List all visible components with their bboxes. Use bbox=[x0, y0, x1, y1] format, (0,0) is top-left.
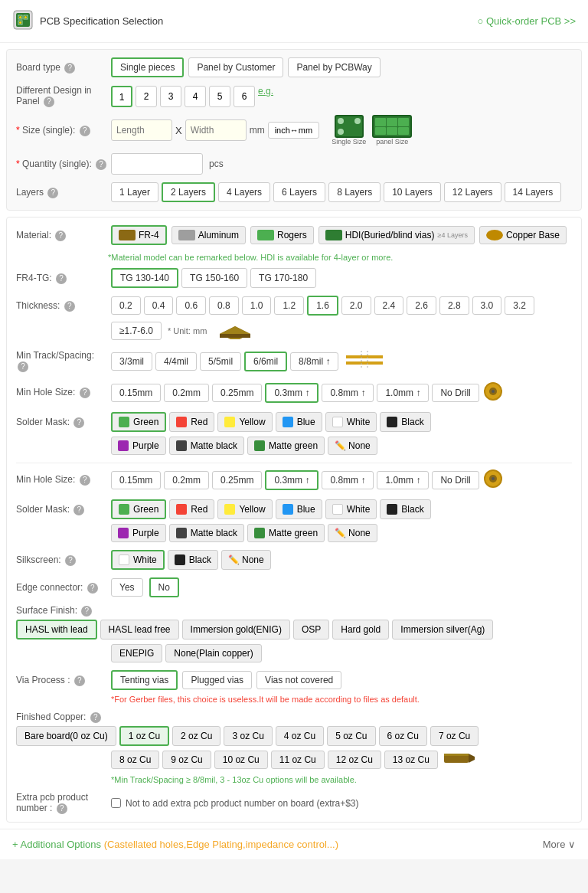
mask-bot-purple[interactable]: Purple bbox=[111, 524, 166, 542]
copper-11oz[interactable]: 11 oz Cu bbox=[271, 751, 325, 769]
material-aluminum[interactable]: Aluminum bbox=[172, 226, 246, 244]
hole-bot-0.2[interactable]: 0.2mm bbox=[164, 471, 209, 489]
surface-finish-help[interactable]: ? bbox=[81, 606, 92, 617]
min-hole-bottom-help[interactable]: ? bbox=[80, 475, 90, 486]
board-type-help[interactable]: ? bbox=[64, 63, 75, 74]
surface-osp[interactable]: OSP bbox=[293, 620, 329, 639]
edge-connector-help[interactable]: ? bbox=[87, 583, 98, 594]
copper-bare[interactable]: Bare board(0 oz Cu) bbox=[16, 726, 116, 746]
thick-1.6[interactable]: 1.6 bbox=[307, 296, 338, 316]
hole-top-0.15[interactable]: 0.15mm bbox=[111, 384, 161, 402]
thick-3.0[interactable]: 3.0 bbox=[472, 296, 502, 315]
layer-2[interactable]: 2 Layers bbox=[162, 182, 215, 202]
hole-bot-0.3[interactable]: 0.3mm ↑ bbox=[265, 470, 318, 490]
material-copper[interactable]: Copper Base bbox=[479, 226, 567, 244]
fr4-tg-help[interactable]: ? bbox=[56, 273, 67, 284]
board-type-panel-pcbway[interactable]: Panel by PCBWay bbox=[288, 57, 380, 77]
design-panel-help[interactable]: ? bbox=[44, 96, 54, 107]
hole-top-1.0[interactable]: 1.0mm ↑ bbox=[377, 384, 429, 402]
layer-14[interactable]: 14 Layers bbox=[505, 182, 562, 202]
via-not-covered[interactable]: Vias not covered bbox=[256, 671, 341, 689]
design-6[interactable]: 6 bbox=[234, 86, 255, 107]
via-plugged[interactable]: Plugged vias bbox=[182, 671, 252, 689]
mask-top-purple[interactable]: Purple bbox=[111, 437, 166, 455]
design-4[interactable]: 4 bbox=[185, 86, 206, 107]
mask-top-blue[interactable]: Blue bbox=[276, 412, 322, 432]
tg-130[interactable]: TG 130-140 bbox=[111, 268, 178, 288]
surface-none-plain[interactable]: None(Plain copper) bbox=[165, 644, 261, 662]
min-track-help[interactable]: ? bbox=[18, 361, 28, 372]
surface-hasl-lead[interactable]: HASL with lead bbox=[16, 620, 97, 639]
hole-top-0.3[interactable]: 0.3mm ↑ bbox=[265, 383, 318, 403]
material-help[interactable]: ? bbox=[55, 231, 66, 241]
thick-2.6[interactable]: 2.6 bbox=[407, 296, 436, 315]
copper-3oz[interactable]: 3 oz Cu bbox=[224, 726, 272, 746]
mask-bot-blue[interactable]: Blue bbox=[276, 499, 322, 519]
min-hole-top-help[interactable]: ? bbox=[80, 388, 90, 398]
silk-none[interactable]: ✏️ None bbox=[221, 550, 271, 570]
design-2[interactable]: 2 bbox=[136, 86, 157, 107]
mask-top-yellow[interactable]: Yellow bbox=[217, 412, 272, 432]
copper-12oz[interactable]: 12 oz Cu bbox=[328, 751, 381, 769]
design-1[interactable]: 1 bbox=[111, 86, 132, 107]
layer-4[interactable]: 4 Layers bbox=[218, 182, 270, 202]
mask-top-green[interactable]: Green bbox=[111, 412, 166, 432]
track-6-6[interactable]: 6/6mil bbox=[244, 352, 287, 371]
mask-bot-yellow[interactable]: Yellow bbox=[217, 499, 272, 519]
eg-link[interactable]: e.g. bbox=[258, 86, 273, 107]
thick-2.8[interactable]: 2.8 bbox=[439, 296, 469, 315]
surface-enig[interactable]: Immersion gold(ENIG) bbox=[182, 620, 290, 639]
thick-1.0[interactable]: 1.0 bbox=[242, 296, 272, 315]
length-input[interactable] bbox=[111, 119, 172, 141]
edge-no[interactable]: No bbox=[149, 577, 179, 597]
solder-mask-bottom-help[interactable]: ? bbox=[74, 505, 84, 515]
mask-top-mgreen[interactable]: Matte green bbox=[247, 437, 325, 455]
thick-2.4[interactable]: 2.4 bbox=[374, 296, 404, 315]
copper-7oz[interactable]: 7 oz Cu bbox=[430, 726, 479, 746]
thick-2.0[interactable]: 2.0 bbox=[341, 296, 371, 315]
copper-4oz[interactable]: 4 oz Cu bbox=[276, 726, 324, 746]
hole-top-0.8[interactable]: 0.8mm ↑ bbox=[322, 384, 374, 402]
width-input[interactable] bbox=[185, 119, 247, 141]
copper-13oz[interactable]: 13 oz Cu bbox=[384, 751, 438, 769]
finished-copper-help[interactable]: ? bbox=[90, 712, 101, 723]
mask-top-black[interactable]: Black bbox=[380, 412, 430, 432]
quantity-help[interactable]: ? bbox=[96, 159, 106, 170]
more-btn[interactable]: More ∨ bbox=[543, 839, 576, 850]
thick-0.2[interactable]: 0.2 bbox=[111, 296, 141, 315]
hole-bot-0.25[interactable]: 0.25mm bbox=[212, 471, 262, 489]
material-hdi[interactable]: HDI(Buried/blind vias) ≥4 Layers bbox=[318, 226, 475, 244]
hole-bot-0.15[interactable]: 0.15mm bbox=[111, 471, 161, 489]
hole-bot-0.8[interactable]: 0.8mm ↑ bbox=[322, 471, 374, 489]
hole-bot-nodrill[interactable]: No Drill bbox=[432, 471, 479, 489]
quick-order-link[interactable]: Quick-order PCB >> bbox=[477, 15, 576, 27]
thick-1.2[interactable]: 1.2 bbox=[274, 296, 304, 315]
material-fr4[interactable]: FR-4 bbox=[111, 225, 167, 245]
copper-10oz[interactable]: 10 oz Cu bbox=[214, 751, 268, 769]
mask-bot-mblack[interactable]: Matte black bbox=[169, 524, 244, 542]
copper-8oz[interactable]: 8 oz Cu bbox=[111, 751, 159, 769]
mask-top-none[interactable]: ✏️ None bbox=[328, 437, 377, 455]
hole-top-0.25[interactable]: 0.25mm bbox=[212, 384, 262, 402]
copper-9oz[interactable]: 9 oz Cu bbox=[162, 751, 211, 769]
layer-1[interactable]: 1 Layer bbox=[111, 182, 158, 202]
thick-3.2[interactable]: 3.2 bbox=[505, 296, 534, 315]
edge-yes[interactable]: Yes bbox=[111, 578, 143, 597]
thick-extra[interactable]: ≥1.7-6.0 bbox=[111, 322, 162, 340]
layers-help[interactable]: ? bbox=[47, 188, 58, 198]
silk-black[interactable]: Black bbox=[168, 550, 218, 570]
mask-bot-white[interactable]: White bbox=[325, 499, 377, 519]
extra-pcb-checkbox[interactable] bbox=[111, 798, 121, 808]
layer-6[interactable]: 6 Layers bbox=[273, 182, 325, 202]
tg-170[interactable]: TG 170-180 bbox=[250, 268, 316, 288]
surface-hardgold[interactable]: Hard gold bbox=[332, 620, 389, 639]
design-5[interactable]: 5 bbox=[209, 86, 230, 107]
additional-options-btn[interactable]: + Additional Options (Castellated holes,… bbox=[12, 839, 338, 850]
track-5-5[interactable]: 5/5mil bbox=[200, 352, 241, 371]
layer-8[interactable]: 8 Layers bbox=[328, 182, 381, 202]
mask-bot-black[interactable]: Black bbox=[380, 499, 430, 519]
thickness-help[interactable]: ? bbox=[64, 301, 75, 312]
tg-150[interactable]: TG 150-160 bbox=[181, 268, 247, 288]
mask-bot-red[interactable]: Red bbox=[169, 499, 214, 519]
mask-bot-green[interactable]: Green bbox=[111, 499, 166, 519]
